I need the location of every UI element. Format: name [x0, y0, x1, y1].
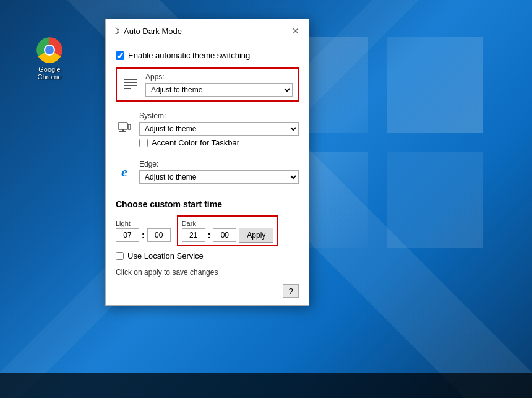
system-icon [116, 121, 133, 138]
chrome-inner-circle [44, 45, 55, 56]
chrome-outer-ring [36, 37, 62, 63]
dark-time-group: Dark : [182, 220, 237, 242]
edge-icon: e [116, 164, 133, 180]
chrome-icon-label: Google Chrome [31, 66, 68, 80]
light-hour-input[interactable] [116, 228, 139, 242]
moon-icon: ☽ [112, 26, 120, 36]
svg-rect-1 [124, 82, 137, 83]
light-label: Light [116, 220, 171, 227]
apps-icon [122, 76, 139, 93]
help-btn-row: ? [116, 284, 299, 298]
location-row: Use Location Service [116, 251, 299, 261]
system-dropdown[interactable]: Adjust to theme Always light Always dark [139, 122, 299, 136]
svg-rect-5 [122, 129, 124, 131]
divider [116, 194, 299, 194]
taskbar [0, 373, 532, 398]
apps-dropdown[interactable]: Adjust to theme Always light Always dark [145, 83, 293, 97]
help-button[interactable]: ? [283, 284, 299, 298]
dialog-title-text: Auto Dark Mode [124, 27, 182, 36]
close-button[interactable]: ✕ [289, 24, 302, 38]
system-section-content: System: Adjust to theme Always light Alw… [139, 111, 299, 147]
help-note: Click on apply to save changes [116, 268, 299, 277]
edge-dropdown[interactable]: Adjust to theme Always light Always dark [139, 170, 299, 184]
light-time-inputs: : [116, 228, 171, 242]
light-minute-input[interactable] [147, 228, 171, 242]
svg-rect-0 [124, 79, 137, 80]
dark-time-inputs: : [182, 228, 237, 242]
desktop: Google Chrome ☽ Auto Dark Mode ✕ Enable … [0, 0, 532, 398]
dark-apply-highlight: Dark : Apply [177, 215, 279, 246]
accent-label: Accent Color for Taskbar [152, 138, 239, 147]
svg-rect-4 [118, 123, 127, 129]
dialog-titlebar: ☽ Auto Dark Mode ✕ [106, 19, 309, 43]
accent-checkbox[interactable] [139, 139, 148, 147]
win-pane-br [387, 152, 483, 248]
enable-checkbox-row: Enable automatic theme switching [116, 51, 299, 60]
svg-rect-2 [124, 85, 137, 86]
chrome-icon [36, 37, 62, 63]
dark-colon: : [207, 230, 212, 240]
light-time-group: Light : [116, 220, 171, 242]
location-checkbox[interactable] [116, 252, 124, 260]
location-label: Use Location Service [127, 251, 204, 261]
time-row: Light : Dark : [116, 215, 299, 246]
edge-label: Edge: [139, 160, 299, 168]
svg-rect-3 [124, 88, 131, 89]
light-colon: : [140, 230, 146, 240]
system-label: System: [139, 111, 299, 120]
win-pane-tr [387, 37, 483, 133]
edge-section: e Edge: Adjust to theme Always light Alw… [116, 157, 299, 186]
dark-minute-input[interactable] [213, 228, 236, 242]
svg-rect-7 [128, 124, 131, 129]
dialog-body: Enable automatic theme switching Apps: A… [106, 43, 309, 305]
auto-dark-mode-dialog: ☽ Auto Dark Mode ✕ Enable automatic them… [105, 19, 309, 306]
svg-rect-6 [119, 131, 126, 132]
edge-section-content: Edge: Adjust to theme Always light Alway… [139, 160, 299, 184]
apply-button[interactable]: Apply [239, 228, 273, 243]
desktop-icon-chrome[interactable]: Google Chrome [31, 37, 68, 80]
dark-label: Dark [182, 220, 237, 227]
enable-checkbox-label: Enable automatic theme switching [128, 51, 250, 60]
apps-label: Apps: [145, 72, 293, 81]
time-section-header: Choose custom start time [116, 199, 299, 209]
apps-section: Apps: Adjust to theme Always light Alway… [116, 67, 299, 102]
system-section: System: Adjust to theme Always light Alw… [116, 109, 299, 150]
enable-checkbox[interactable] [116, 51, 124, 60]
apps-section-content: Apps: Adjust to theme Always light Alway… [145, 72, 293, 97]
dialog-title-left: ☽ Auto Dark Mode [112, 26, 182, 36]
dark-hour-input[interactable] [182, 228, 205, 242]
accent-row: Accent Color for Taskbar [139, 138, 299, 147]
